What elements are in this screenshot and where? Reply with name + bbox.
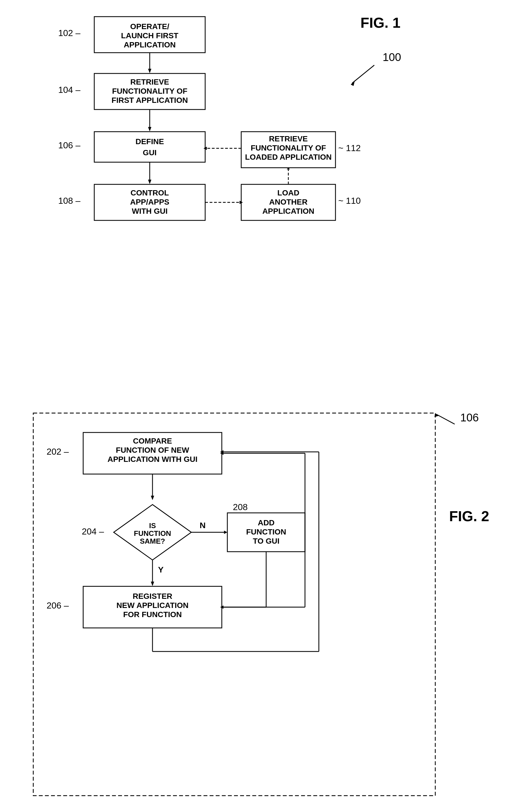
svg-marker-42 (224, 531, 227, 534)
svg-text:NEW APPLICATION: NEW APPLICATION (116, 601, 188, 610)
box-104 (94, 73, 205, 110)
svg-marker-62 (220, 450, 224, 453)
svg-text:FOR FUNCTION: FOR FUNCTION (123, 610, 182, 619)
svg-marker-28 (287, 168, 290, 169)
label-108: 108 – (58, 196, 81, 206)
fig2-ref: 106 (460, 411, 479, 424)
svg-text:APPLICATION WITH GUI: APPLICATION WITH GUI (108, 455, 198, 464)
svg-text:FUNCTION: FUNCTION (134, 529, 171, 538)
label-204: 204 – (82, 526, 104, 536)
svg-text:LAUNCH FIRST: LAUNCH FIRST (121, 31, 178, 40)
svg-text:APP/APPS: APP/APPS (130, 198, 169, 206)
svg-text:LOADED APPLICATION: LOADED APPLICATION (245, 153, 332, 161)
page-container: FIG. 1 100 OPERATE/ LAUNCH FIRST APPLICA… (0, 0, 529, 812)
svg-text:FUNCTIONALITY OF: FUNCTIONALITY OF (251, 144, 326, 152)
svg-marker-15 (148, 180, 152, 184)
label-208: 208 (233, 502, 247, 512)
label-206: 206 – (46, 600, 69, 610)
box-112 (241, 132, 335, 168)
label-110: ~ 110 (338, 196, 361, 206)
svg-text:APPLICATION: APPLICATION (262, 207, 314, 215)
box-110 (241, 184, 335, 220)
svg-text:FIRST APPLICATION: FIRST APPLICATION (112, 96, 188, 104)
box-208 (227, 513, 305, 552)
svg-line-31 (437, 415, 455, 424)
box-106 (94, 132, 205, 162)
svg-marker-6 (148, 69, 152, 73)
svg-marker-32 (434, 413, 439, 417)
svg-marker-30 (203, 147, 207, 150)
label-N: N (200, 521, 206, 530)
svg-marker-11 (148, 127, 152, 131)
svg-text:FUNCTION: FUNCTION (246, 527, 286, 536)
svg-marker-26 (240, 201, 243, 204)
svg-text:ADD: ADD (258, 518, 275, 527)
fig2-title: FIG. 2 (449, 508, 489, 524)
box-108 (94, 184, 205, 220)
svg-marker-1 (351, 81, 355, 86)
svg-text:RETRIEVE: RETRIEVE (130, 78, 169, 86)
label-112: ~ 112 (338, 143, 361, 153)
svg-text:SAME?: SAME? (140, 537, 165, 545)
label-106: 106 – (58, 140, 81, 150)
box-202 (83, 433, 222, 474)
svg-text:WITH GUI: WITH GUI (132, 207, 168, 215)
svg-line-0 (352, 65, 374, 83)
svg-text:ANOTHER: ANOTHER (269, 198, 308, 206)
label-Y: Y (158, 565, 163, 574)
svg-text:GUI: GUI (143, 148, 157, 157)
fig1-ref: 100 (383, 51, 401, 63)
diamond-204 (114, 505, 191, 560)
svg-marker-57 (220, 452, 224, 455)
svg-text:FUNCTIONALITY OF: FUNCTIONALITY OF (112, 87, 187, 96)
svg-text:COMPARE: COMPARE (133, 437, 172, 445)
svg-text:OPERATE/: OPERATE/ (130, 22, 169, 31)
svg-text:APPLICATION: APPLICATION (124, 41, 176, 49)
svg-text:CONTROL: CONTROL (131, 189, 169, 197)
svg-text:DEFINE: DEFINE (135, 137, 164, 146)
box-102 (94, 17, 205, 53)
svg-text:IS: IS (149, 521, 156, 530)
svg-marker-53 (220, 606, 224, 609)
svg-text:LOAD: LOAD (277, 189, 299, 197)
label-202: 202 – (46, 447, 69, 456)
fig2-border (33, 413, 435, 796)
svg-text:FUNCTION OF NEW: FUNCTION OF NEW (116, 446, 189, 454)
svg-marker-47 (151, 582, 154, 586)
svg-text:RETRIEVE: RETRIEVE (269, 134, 308, 143)
svg-text:REGISTER: REGISTER (132, 592, 172, 600)
box-206 (83, 586, 222, 628)
label-104: 104 – (58, 85, 81, 95)
svg-marker-37 (151, 496, 154, 500)
svg-text:TO GUI: TO GUI (253, 537, 280, 545)
fig1-title: FIG. 1 (360, 15, 400, 31)
label-102: 102 – (58, 28, 81, 38)
